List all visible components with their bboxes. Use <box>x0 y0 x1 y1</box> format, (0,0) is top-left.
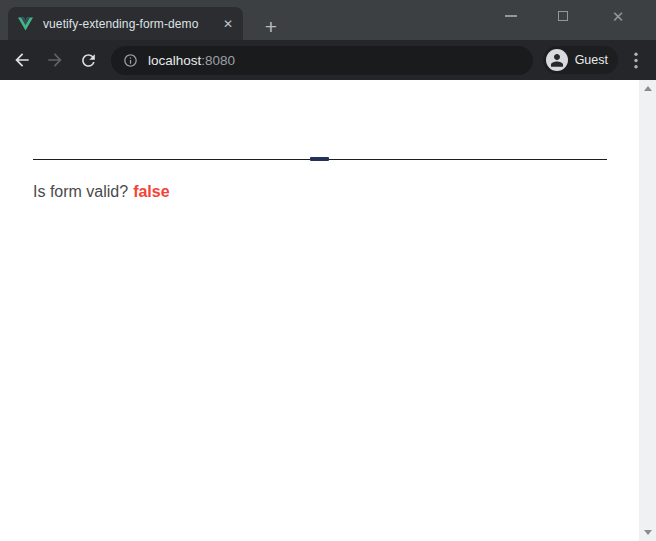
tab-close-icon[interactable]: ✕ <box>219 15 237 33</box>
back-arrow-icon <box>12 50 32 70</box>
window-close-button[interactable]: ✕ <box>604 4 632 28</box>
maximize-icon <box>558 11 568 21</box>
reload-button[interactable] <box>74 46 102 74</box>
form-validity-text: Is form valid?false <box>33 183 170 201</box>
scroll-up-button[interactable] <box>639 80 656 97</box>
url-text[interactable]: localhost:8080 <box>148 53 235 68</box>
forward-button[interactable] <box>41 46 69 74</box>
text-field-focus-indicator <box>310 157 329 161</box>
window-maximize-button[interactable] <box>549 4 577 28</box>
profile-chip[interactable]: Guest <box>543 46 618 74</box>
vue-logo-icon <box>18 16 34 32</box>
new-tab-button[interactable]: + <box>258 13 284 39</box>
kebab-menu-icon <box>634 52 638 69</box>
scroll-down-button[interactable] <box>639 524 656 541</box>
page-content: Is form valid?false <box>0 80 656 541</box>
browser-window: vuetify-extending-form-demo ✕ + ✕ <box>0 0 656 541</box>
url-host: localhost <box>148 53 201 68</box>
scrollbar[interactable] <box>639 80 656 541</box>
scroll-down-icon <box>644 530 652 535</box>
site-info-icon[interactable] <box>123 53 138 68</box>
browser-menu-button[interactable] <box>624 46 648 74</box>
profile-name: Guest <box>575 53 608 67</box>
back-button[interactable] <box>8 46 36 74</box>
window-close-icon: ✕ <box>612 9 625 24</box>
text-field[interactable] <box>33 120 607 160</box>
tab-vuetify-demo[interactable]: vuetify-extending-form-demo ✕ <box>8 7 243 40</box>
plus-icon: + <box>265 16 277 37</box>
forward-arrow-icon <box>45 50 65 70</box>
url-port: :8080 <box>201 53 235 68</box>
window-minimize-button[interactable] <box>497 4 525 28</box>
form-validity-value: false <box>133 183 169 200</box>
browser-toolbar: localhost:8080 Guest <box>0 40 656 80</box>
scroll-up-icon <box>644 86 652 91</box>
form-validity-label: Is form valid? <box>33 183 128 200</box>
tab-title: vuetify-extending-form-demo <box>43 17 219 31</box>
avatar-icon <box>546 49 568 71</box>
address-bar[interactable]: localhost:8080 <box>111 46 533 75</box>
minimize-icon <box>505 15 517 17</box>
reload-icon <box>79 51 98 70</box>
tab-strip: vuetify-extending-form-demo ✕ + ✕ <box>0 0 656 40</box>
